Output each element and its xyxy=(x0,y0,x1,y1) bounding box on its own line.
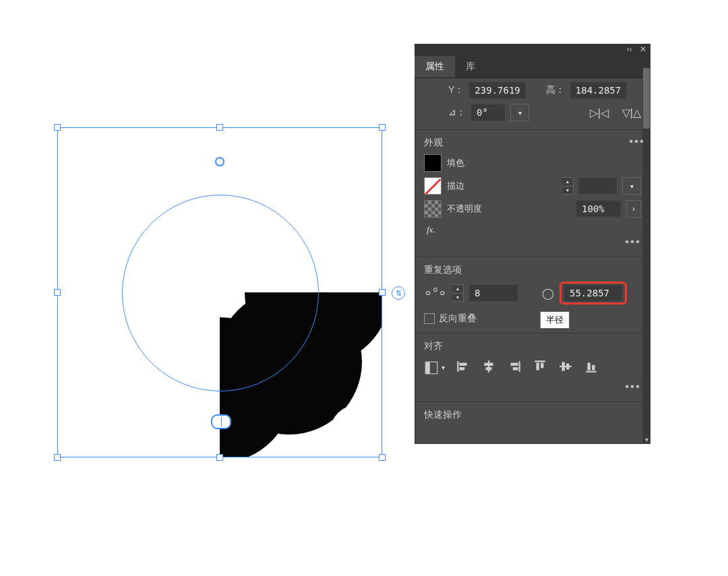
align-left-icon[interactable] xyxy=(456,359,471,376)
stroke-weight-dropdown[interactable]: ▾ xyxy=(622,177,641,195)
resize-handle-r[interactable] xyxy=(379,289,386,296)
resize-handle-tl[interactable] xyxy=(54,124,61,131)
reverse-overlap-checkbox[interactable]: 反向重叠 xyxy=(424,313,477,325)
opacity-popout-icon[interactable]: › xyxy=(626,200,641,218)
stroke-weight-spinner[interactable]: ▴▾ xyxy=(562,177,574,195)
svg-rect-29 xyxy=(537,363,539,371)
stroke-label: 描边 xyxy=(447,180,464,192)
reverse-overlap-label: 反向重叠 xyxy=(439,313,477,325)
radial-repeat-icon: ∘°∘ xyxy=(424,285,447,301)
opacity-input[interactable]: 100% xyxy=(576,201,621,217)
svg-rect-23 xyxy=(484,363,493,366)
tab-library[interactable]: 库 xyxy=(455,56,486,77)
align-top-icon[interactable] xyxy=(533,359,547,376)
repeat-path-guide[interactable] xyxy=(122,195,319,391)
repeat-radius-input[interactable]: 55.2857 xyxy=(564,285,622,301)
svg-rect-30 xyxy=(541,363,543,369)
svg-rect-26 xyxy=(511,363,518,366)
artboard-selection[interactable]: ⇅ xyxy=(57,127,382,457)
svg-rect-24 xyxy=(486,367,492,370)
panel-title-strip: ‹‹ ✕ xyxy=(415,44,650,56)
angle-dropdown[interactable]: ▾ xyxy=(510,104,529,121)
flip-vertical-icon[interactable]: ▽|△ xyxy=(622,106,641,119)
resize-handle-l[interactable] xyxy=(54,289,61,296)
align-section-title: 对齐 xyxy=(424,340,641,352)
radius-field-highlight: 55.2857 xyxy=(559,282,627,305)
align-bottom-icon[interactable] xyxy=(584,359,599,376)
resize-handle-br[interactable] xyxy=(379,454,386,461)
fill-swatch[interactable] xyxy=(424,154,442,172)
angle-input[interactable]: 0° xyxy=(471,104,505,121)
fill-label: 填色 xyxy=(447,157,464,169)
svg-rect-28 xyxy=(535,360,545,362)
panel-collapse-icon[interactable]: ‹‹ xyxy=(627,44,632,54)
stroke-weight-input[interactable] xyxy=(579,178,617,194)
repeat-count-spinner[interactable]: ▴▾ xyxy=(452,284,464,302)
flip-horizontal-icon[interactable]: ▷|◁ xyxy=(590,106,609,119)
side-rotator-widget[interactable]: ⇅ xyxy=(392,286,405,300)
panel-tabs: 属性 库 xyxy=(415,56,650,78)
align-right-icon[interactable] xyxy=(507,359,522,376)
svg-rect-25 xyxy=(519,361,520,371)
svg-rect-31 xyxy=(559,366,572,367)
svg-rect-33 xyxy=(566,364,569,370)
stroke-swatch[interactable] xyxy=(424,177,442,195)
resize-handle-t[interactable] xyxy=(216,124,223,131)
section-menu-align-icon[interactable]: ••• xyxy=(424,380,641,393)
opacity-swatch[interactable] xyxy=(424,200,442,218)
svg-rect-36 xyxy=(592,365,595,371)
fx-button[interactable]: fx. xyxy=(427,224,641,235)
repeat-anchor-top[interactable] xyxy=(215,157,224,166)
repeat-section-title: 重复选项 xyxy=(424,264,641,276)
svg-rect-22 xyxy=(488,360,489,373)
radius-icon: ◯ xyxy=(542,287,554,300)
svg-rect-18 xyxy=(425,362,430,374)
height-input[interactable]: 184.2857 xyxy=(570,82,626,98)
panel-close-icon[interactable]: ✕ xyxy=(640,44,646,54)
radius-tooltip: 半径 xyxy=(540,311,570,329)
section-menu-transform-icon[interactable]: ••• xyxy=(629,135,645,148)
appearance-section-title: 外观 xyxy=(424,137,641,149)
y-input[interactable]: 239.7619 xyxy=(469,82,525,98)
resize-handle-b[interactable] xyxy=(216,454,223,461)
svg-rect-32 xyxy=(562,362,565,371)
section-menu-appearance-icon[interactable]: ••• xyxy=(424,235,641,249)
opacity-label: 不透明度 xyxy=(447,203,482,215)
angle-label: ⊿： xyxy=(448,106,466,119)
svg-rect-35 xyxy=(588,363,590,371)
align-vcenter-icon[interactable] xyxy=(558,359,573,376)
svg-rect-34 xyxy=(586,371,596,373)
quick-actions-section-title: 快速操作 xyxy=(424,409,641,421)
repeat-split-handle[interactable] xyxy=(211,414,231,429)
y-label: Y： xyxy=(448,84,464,96)
properties-panel: ‹‹ ✕ 属性 库 ▾ Y： 239.7619 高： 184.2857 ⊿： 0… xyxy=(415,44,650,444)
svg-rect-27 xyxy=(513,367,518,370)
svg-rect-21 xyxy=(460,367,465,370)
resize-handle-bl[interactable] xyxy=(54,454,61,461)
repeat-count-input[interactable]: 8 xyxy=(469,285,518,301)
align-to-dropdown[interactable]: ▾ xyxy=(424,360,445,375)
svg-rect-20 xyxy=(460,363,467,366)
align-hcenter-icon[interactable] xyxy=(481,359,496,376)
svg-rect-19 xyxy=(457,361,458,371)
resize-handle-tr[interactable] xyxy=(379,124,386,131)
tab-properties[interactable]: 属性 xyxy=(415,56,455,77)
height-label: 高： xyxy=(546,84,565,96)
